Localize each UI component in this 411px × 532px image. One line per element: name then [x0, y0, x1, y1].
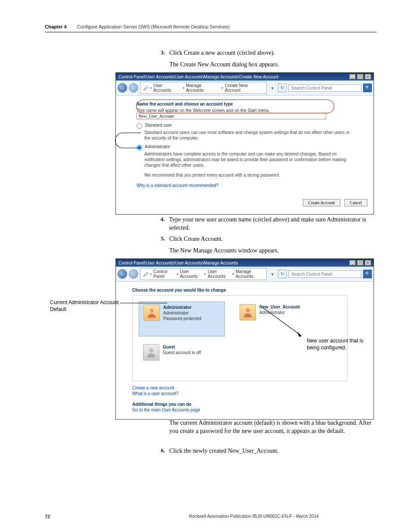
step-text: Click the newly created New_User_Account…	[169, 447, 279, 455]
window-controls: _ □ ×	[349, 74, 371, 79]
step-text: Click Create Account.	[169, 235, 279, 243]
account-status: Password protected	[163, 316, 201, 321]
window-title: Control Panel\User Accounts\User Account…	[118, 75, 278, 79]
minimize-icon[interactable]: _	[349, 260, 355, 265]
svg-point-2	[149, 348, 153, 352]
account-name: Administrator	[163, 305, 201, 310]
standard-user-desc: Standard account users can use most soft…	[144, 130, 353, 141]
minimize-icon[interactable]: _	[349, 74, 355, 79]
close-icon[interactable]: ×	[365, 74, 371, 79]
search-input[interactable]: Search Control Panel	[288, 271, 361, 278]
close-icon[interactable]: ×	[365, 260, 371, 265]
additional-heading: Additional things you can do	[132, 402, 357, 407]
create-account-window: Control Panel\User Accounts\User Account…	[115, 72, 374, 215]
what-is-account-link[interactable]: What is a user account?	[132, 391, 357, 396]
search-icon[interactable]: 🔍	[363, 270, 372, 278]
avatar-icon	[240, 304, 256, 320]
window-controls: _ □ ×	[349, 260, 371, 265]
dialog-subtext: This name will appear on the Welcome scr…	[137, 108, 353, 113]
dialog-heading: Name the account and choose an account t…	[137, 102, 353, 106]
maximize-icon[interactable]: □	[357, 74, 363, 79]
dialog-heading: Choose the account you would like to cha…	[132, 288, 357, 292]
annotation-line	[120, 303, 167, 303]
avatar-icon	[143, 305, 160, 321]
window-title: Control Panel\User Accounts\User Account…	[118, 261, 238, 265]
avatar-icon	[143, 344, 159, 361]
publication-info: Rockwell Automation Publication 9528-UM0…	[131, 514, 377, 519]
search-input[interactable]: Search Control Panel	[288, 84, 361, 92]
back-button[interactable]: ←	[118, 83, 127, 93]
step-number: 3.	[158, 49, 165, 69]
refresh-icon[interactable]: ↻	[278, 270, 286, 278]
body-paragraph: The current Administrator account (defau…	[169, 419, 372, 436]
callout-bracket	[115, 133, 141, 148]
svg-point-0	[149, 309, 153, 313]
cancel-button[interactable]: Cancel	[344, 199, 367, 206]
maximize-icon[interactable]: □	[357, 260, 363, 265]
create-new-account-link[interactable]: Create a new account	[132, 386, 357, 390]
search-icon[interactable]: 🔍	[363, 84, 372, 92]
step-number: 4.	[158, 216, 165, 232]
password-recommend: We recommend that you protect every acco…	[144, 172, 353, 178]
admin-default-annotation: Current Administrator Account Default	[50, 299, 119, 313]
breadcrumb[interactable]: 🔎▾ User Accounts▾ Manage Accounts▾ Creat…	[140, 82, 267, 94]
refresh-icon[interactable]: ↻	[278, 84, 286, 92]
step-number: 6.	[158, 447, 165, 455]
administrator-label: Administrator	[145, 144, 170, 149]
back-button[interactable]: ←	[118, 269, 127, 279]
standard-user-radio[interactable]	[137, 123, 142, 129]
account-role: Guest account is off	[163, 350, 201, 355]
chapter-label: Chapter 4	[45, 24, 67, 29]
header-rule	[45, 32, 377, 32]
account-name-input[interactable]	[137, 113, 326, 119]
chapter-title: Configure Application Server OWS (Micros…	[77, 24, 230, 29]
why-standard-link[interactable]: Why is a standard account recommended?	[137, 183, 353, 188]
account-tile-guest[interactable]: Guest Guest account is off	[139, 342, 225, 375]
account-name: Guest	[163, 344, 201, 350]
account-tile-admin[interactable]: Administrator Administrator Password pro…	[139, 302, 225, 336]
step-number: 5.	[158, 235, 165, 255]
administrator-desc: Administrators have complete access to t…	[144, 151, 353, 168]
step-subtext: The New Manage Accounts window appears.	[169, 247, 279, 255]
forward-button[interactable]: →	[129, 269, 138, 279]
main-user-accounts-link[interactable]: Go to the main User Accounts page	[132, 408, 357, 412]
new-user-annotation: New user account that is being configure…	[307, 338, 371, 351]
create-account-button[interactable]: Create Account	[303, 199, 341, 206]
history-dropdown-icon[interactable]: ▾	[268, 86, 276, 90]
history-dropdown-icon[interactable]: ▾	[268, 272, 276, 277]
standard-user-label: Standard user	[145, 123, 172, 128]
step-subtext: The Create New Account dialog box appear…	[169, 61, 279, 69]
account-tile-newuser[interactable]: New_User_Account Administrator	[235, 302, 321, 336]
account-role: Administrator	[163, 310, 201, 316]
account-name: New_User_Account	[259, 304, 300, 310]
account-role: Administrator	[259, 310, 300, 315]
forward-button[interactable]: →	[129, 83, 138, 93]
svg-point-1	[246, 308, 249, 312]
breadcrumb[interactable]: 🔎▾ Control Panel▾ User Accounts▾ User Ac…	[140, 268, 267, 280]
step-text: Type your new user account name (circled…	[169, 216, 378, 232]
step-text: Click Create a new account (circled abov…	[169, 49, 279, 57]
page-number: 72	[45, 514, 131, 519]
